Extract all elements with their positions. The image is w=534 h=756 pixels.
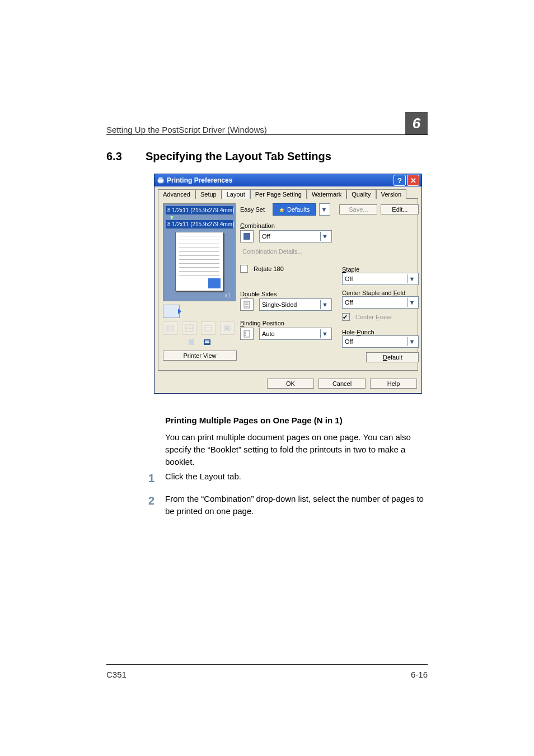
chevron-down-icon: ▼: [320, 232, 329, 241]
hole-punch-label: Hole-Punch: [342, 329, 419, 335]
rotate-180-checkbox[interactable]: [240, 265, 248, 273]
hole-punch-value: Off: [345, 338, 353, 345]
center-erase-checkbox: ✔: [342, 313, 350, 321]
preview-copies: x1: [166, 292, 233, 298]
svg-rect-4: [171, 325, 174, 332]
chevron-down-icon: ▼: [407, 337, 416, 346]
window-title-text: Printing Preferences: [167, 176, 232, 184]
svg-rect-9: [205, 328, 211, 329]
printer-view-button[interactable]: Printer View: [163, 351, 237, 361]
svg-point-25: [245, 333, 246, 334]
center-erase-label: Center Erase: [355, 314, 392, 320]
step-2-text: From the “Combination” drop-down list, s…: [165, 493, 428, 517]
page-preview: 8 1/2x11 (215.9x279.4mm) ▼ 8 1/2x11 (215…: [163, 203, 236, 301]
staple-label: Staple: [342, 266, 419, 273]
tab-watermark[interactable]: Watermark: [307, 189, 346, 199]
center-staple-value: Off: [345, 299, 353, 306]
tab-advanced[interactable]: Advanced: [158, 189, 195, 199]
hole-punch-dropdown[interactable]: Off ▼: [342, 335, 419, 348]
easy-set-label: Easy Set: [240, 206, 269, 213]
easy-set-edit-button[interactable]: Edit...: [381, 204, 419, 214]
layout-option-icon-2: [182, 321, 196, 335]
combination-dropdown[interactable]: Off ▼: [259, 230, 332, 242]
svg-point-26: [245, 335, 246, 336]
svg-rect-13: [189, 339, 194, 345]
preview-size-output: 8 1/2x11 (215.9x279.4mm): [166, 220, 233, 228]
running-head-text: Setting Up the PostScript Driver (Window…: [106, 125, 267, 134]
layout-option-icon-5: [187, 338, 196, 347]
combination-label: CCombinationombination: [240, 222, 332, 229]
svg-point-24: [245, 332, 246, 333]
step-2-number: 2: [148, 493, 154, 509]
cancel-button[interactable]: Cancel: [318, 379, 366, 389]
step-1: 1 Click the Layout tab.: [165, 470, 428, 483]
tab-layout[interactable]: Layout: [222, 189, 250, 199]
svg-rect-18: [243, 233, 250, 240]
layout-option-icon-6[interactable]: [203, 338, 212, 347]
chapter-number-box: 6: [405, 112, 428, 134]
step-1-text: Click the Layout tab.: [165, 472, 241, 481]
svg-rect-8: [205, 326, 211, 327]
subsection-heading: Printing Multiple Pages on One Page (N i…: [165, 416, 343, 425]
star-icon: [279, 207, 285, 213]
page-footer: C351 6-16: [106, 670, 428, 679]
footer-rule: [106, 664, 428, 665]
center-staple-dropdown[interactable]: Off ▼: [342, 296, 419, 309]
tab-strip: Advanced Setup Layout Per Page Setting W…: [154, 186, 421, 198]
window-title: Printing Preferences: [157, 176, 232, 184]
chevron-down-icon: ▼: [320, 329, 329, 338]
svg-rect-1: [159, 178, 163, 180]
svg-rect-2: [159, 182, 163, 184]
double-sides-label: Double Sides: [240, 291, 332, 297]
default-button[interactable]: DDefaultefault: [366, 352, 419, 362]
step-1-number: 1: [148, 470, 154, 487]
easy-set-save-button: Save...: [339, 204, 377, 214]
printer-icon: [157, 176, 165, 184]
easy-set-value: Defaults: [287, 206, 310, 213]
header-rule: [106, 134, 428, 135]
double-sides-icon: [240, 298, 254, 311]
preview-size-original: 8 1/2x11 (215.9x279.4mm): [166, 206, 233, 214]
tab-setup[interactable]: Setup: [195, 189, 222, 199]
binding-position-value: Auto: [262, 330, 275, 337]
step-2: 2 From the “Combination” drop-down list,…: [165, 493, 428, 517]
section-number: 6.3: [106, 150, 146, 163]
layout-option-icon-3: [201, 321, 216, 335]
combination-value: Off: [262, 233, 270, 240]
footer-right: 6-16: [411, 670, 428, 679]
layout-tab-panel: 8 1/2x11 (215.9x279.4mm) ▼ 8 1/2x11 (215…: [158, 198, 418, 371]
staple-value: Off: [345, 276, 353, 282]
titlebar-help-button[interactable]: ?: [394, 175, 406, 186]
svg-rect-16: [205, 342, 209, 343]
binding-position-dropdown[interactable]: Auto ▼: [259, 328, 332, 340]
staple-dropdown[interactable]: Off ▼: [342, 273, 419, 285]
center-staple-label: Center Staple and Fold: [342, 290, 419, 296]
dialog-button-row: OK Cancel Help: [154, 374, 421, 393]
easy-set-dropdown[interactable]: ▼: [319, 203, 330, 216]
binding-position-label: Binding Position: [240, 320, 332, 326]
double-sides-value: Single-Sided: [262, 301, 297, 308]
intro-paragraph: You can print multiple document pages on…: [165, 431, 428, 468]
svg-rect-10: [205, 329, 211, 330]
tab-per-page-setting[interactable]: Per Page Setting: [250, 189, 307, 199]
tab-version[interactable]: Version: [376, 189, 407, 199]
screenshot-figure: Printing Preferences ? ✕ Advanced Setup …: [154, 174, 422, 394]
svg-rect-15: [205, 340, 209, 342]
titlebar-close-button[interactable]: ✕: [407, 175, 419, 186]
tab-quality[interactable]: Quality: [346, 189, 376, 199]
ok-button[interactable]: OK: [267, 379, 314, 389]
rotate-180-label: Rotate 180: [254, 265, 284, 272]
output-tray-icon[interactable]: [163, 305, 180, 318]
help-button[interactable]: Help: [370, 379, 417, 389]
section-heading: 6.3Specifying the Layout Tab Settings: [106, 150, 428, 163]
footer-left: C351: [106, 670, 127, 679]
svg-marker-17: [279, 207, 284, 212]
double-sides-dropdown[interactable]: Single-Sided ▼: [259, 298, 332, 311]
layout-option-icon-4: A: [220, 321, 235, 335]
preview-page-icon: [175, 232, 223, 291]
section-title: Specifying the Layout Tab Settings: [146, 150, 331, 162]
svg-text:A: A: [226, 326, 229, 331]
combination-details-button: Combination Details...: [240, 248, 332, 255]
printing-preferences-window: Printing Preferences ? ✕ Advanced Setup …: [154, 174, 422, 394]
chapter-number: 6: [413, 115, 420, 132]
